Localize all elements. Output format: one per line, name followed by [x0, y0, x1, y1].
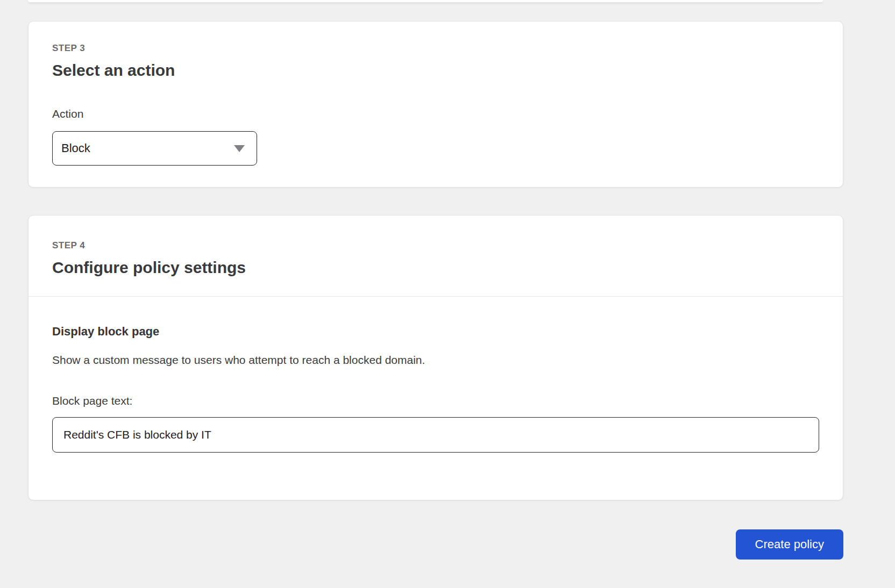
cropped-header-edge	[28, 0, 823, 2]
display-block-page-description: Show a custom message to users who attem…	[52, 354, 819, 367]
step4-label: STEP 4	[52, 240, 819, 251]
step3-label: STEP 3	[52, 43, 819, 54]
block-page-text-input[interactable]	[52, 417, 819, 453]
step4-header: STEP 4 Configure policy settings	[29, 216, 843, 296]
step4-title: Configure policy settings	[52, 259, 819, 277]
action-select[interactable]: Block	[52, 131, 257, 166]
action-field-label: Action	[52, 107, 819, 120]
step4-card: STEP 4 Configure policy settings Display…	[28, 215, 843, 500]
footer-actions: Create policy	[28, 529, 843, 560]
display-block-page-title: Display block page	[52, 325, 819, 339]
step3-card: STEP 3 Select an action Action Block	[28, 21, 843, 188]
block-page-text-label: Block page text:	[52, 395, 819, 407]
action-select-value: Block	[61, 141, 90, 155]
chevron-down-icon	[234, 145, 245, 152]
step3-title: Select an action	[52, 61, 819, 80]
step4-body: Display block page Show a custom message…	[29, 297, 843, 500]
wizard-content: STEP 3 Select an action Action Block STE…	[28, 21, 843, 560]
create-policy-button[interactable]: Create policy	[736, 529, 843, 560]
